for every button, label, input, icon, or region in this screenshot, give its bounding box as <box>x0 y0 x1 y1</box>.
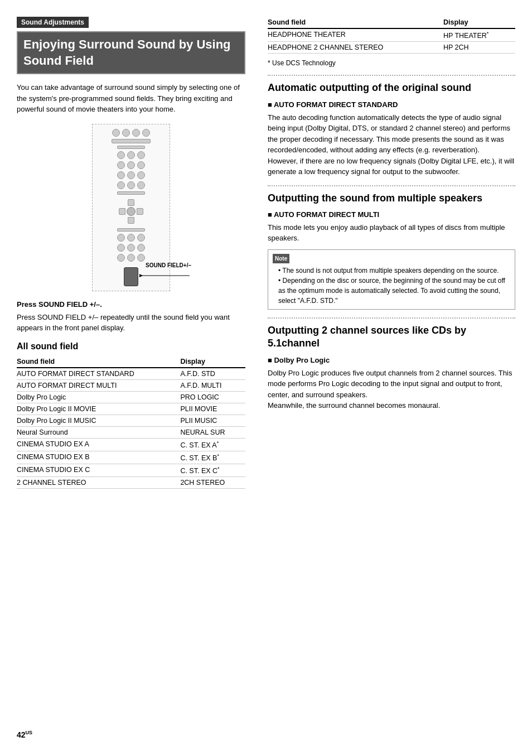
press-body: Press SOUND FIELD +/– repeatedly until t… <box>17 312 245 334</box>
sound-field-cell: AUTO FORMAT DIRECT STANDARD <box>17 368 180 380</box>
intro-text: You can take advantage of surround sound… <box>17 82 245 115</box>
remote-btn <box>117 181 125 189</box>
remote-dpad-center <box>127 207 136 216</box>
divider-2 <box>268 185 515 186</box>
col-sound-field: Sound field <box>17 356 180 368</box>
remote-btn <box>112 129 120 137</box>
remote-bar <box>117 228 145 232</box>
remote-btn <box>127 171 135 179</box>
remote-bar <box>117 146 145 149</box>
page-number-sup: US <box>26 730 33 735</box>
section3: Outputting 2 channel sources like CDs by… <box>268 324 515 411</box>
display-cell: A.F.D. MULTI <box>180 379 245 391</box>
col-display: Display <box>180 356 245 368</box>
remote-btn <box>137 151 145 159</box>
remote-btn <box>137 161 145 169</box>
section2-body: This mode lets you enjoy audio playback … <box>268 222 515 244</box>
note-item: The sound is not output from multiple sp… <box>278 266 510 276</box>
sound-field-cell: 2 CHANNEL STEREO <box>17 477 180 489</box>
remote-btn <box>127 151 135 159</box>
sound-field-cell: HEADPHONE THEATER <box>268 28 443 42</box>
remote-dpad <box>119 199 143 224</box>
main-title: Enjoying Surround Sound by Using Sound F… <box>17 31 245 74</box>
remote-btn <box>127 234 135 242</box>
sound-field-cell: HEADPHONE 2 CHANNEL STEREO <box>268 42 443 54</box>
section1-heading: Automatic outputting of the original sou… <box>268 81 515 94</box>
headphone-table: Sound field Display HEADPHONE THEATERHP … <box>268 17 515 54</box>
sound-field-cell: CINEMA STUDIO EX A <box>17 438 180 451</box>
table-row: HEADPHONE 2 CHANNEL STEREOHP 2CH <box>268 42 515 54</box>
table-row: Dolby Pro Logic II MOVIEPLII MOVIE <box>17 403 245 415</box>
remote-btn <box>137 254 145 262</box>
section3-body: Dolby Pro Logic produces five output cha… <box>268 368 515 411</box>
display-cell: A.F.D. STD <box>180 368 245 380</box>
display-cell: C. ST. EX B* <box>180 451 245 464</box>
display-cell: 2CH STEREO <box>180 477 245 489</box>
remote-btn <box>127 161 135 169</box>
table-row: Dolby Pro LogicPRO LOGIC <box>17 391 245 403</box>
remote-btn <box>137 181 145 189</box>
sound-field-cell: CINEMA STUDIO EX C <box>17 464 180 477</box>
sound-field-label: SOUND FIELD+/– <box>146 262 191 269</box>
sound-field-button <box>124 267 138 286</box>
remote-control: SOUND FIELD+/– <box>92 124 170 291</box>
table-row: HEADPHONE THEATERHP THEATER* <box>268 28 515 42</box>
table-row: AUTO FORMAT DIRECT STANDARDA.F.D. STD <box>17 368 245 380</box>
sound-field-cell: Dolby Pro Logic II MOVIE <box>17 403 180 415</box>
table-row: Dolby Pro Logic II MUSICPLII MUSIC <box>17 415 245 426</box>
page-footer: 42US <box>0 724 532 745</box>
display-cell: C. ST. EX C* <box>180 464 245 477</box>
display-cell: NEURAL SUR <box>180 426 245 438</box>
remote-dpad-left <box>119 208 125 215</box>
remote-btn <box>137 171 145 179</box>
remote-btn <box>142 129 150 137</box>
footnote: * Use DCS Technology <box>268 59 515 67</box>
display-cell: PLII MUSIC <box>180 415 245 426</box>
section3-heading: Outputting 2 channel sources like CDs by… <box>268 324 515 350</box>
table-row: AUTO FORMAT DIRECT MULTIA.F.D. MULTI <box>17 379 245 391</box>
remote-btn <box>117 171 125 179</box>
section1-subheading: AUTO FORMAT DIRECT STANDARD <box>268 100 515 109</box>
right-column: Sound field Display HEADPHONE THEATERHP … <box>257 11 532 724</box>
remote-display <box>112 139 151 143</box>
table-row: 2 CHANNEL STEREO2CH STEREO <box>17 477 245 489</box>
remote-btn <box>127 244 135 252</box>
sound-field-cell: Dolby Pro Logic II MUSIC <box>17 415 180 426</box>
note-box: Note The sound is not output from multip… <box>268 249 515 310</box>
remote-bar <box>117 191 145 195</box>
sound-field-cell: Dolby Pro Logic <box>17 391 180 403</box>
section1-body: The auto decoding function automatically… <box>268 112 515 177</box>
display-cell: PLII MOVIE <box>180 403 245 415</box>
remote-btn <box>117 151 125 159</box>
section-badge: Sound Adjustments <box>17 17 89 28</box>
table-row: CINEMA STUDIO EX AC. ST. EX A* <box>17 438 245 451</box>
remote-btn <box>122 129 130 137</box>
col-display-r: Display <box>443 17 515 28</box>
table-row: CINEMA STUDIO EX BC. ST. EX B* <box>17 451 245 464</box>
section2: Outputting the sound from multiple speak… <box>268 192 515 310</box>
display-cell: C. ST. EX A* <box>180 438 245 451</box>
display-cell: HP 2CH <box>443 42 515 54</box>
sound-field-cell: Neural Surround <box>17 426 180 438</box>
section3-subheading: Dolby Pro Logic <box>268 356 515 364</box>
press-instruction: Press SOUND FIELD +/–. <box>17 300 245 309</box>
remote-btn <box>117 234 125 242</box>
table-row: Neural SurroundNEURAL SUR <box>17 426 245 438</box>
section2-subheading: AUTO FORMAT DIRECT MULTI <box>268 210 515 219</box>
remote-dpad-right <box>137 208 143 215</box>
col-sound-field-r: Sound field <box>268 17 443 28</box>
remote-btn <box>132 129 140 137</box>
note-item: Depending on the disc or source, the beg… <box>278 276 510 306</box>
page: Sound Adjustments Enjoying Surround Soun… <box>0 0 532 756</box>
arrow-line <box>139 272 192 280</box>
display-cell: HP THEATER* <box>443 28 515 42</box>
left-column: Sound Adjustments Enjoying Surround Soun… <box>0 11 257 724</box>
divider-3 <box>268 317 515 319</box>
sound-field-cell: CINEMA STUDIO EX B <box>17 451 180 464</box>
page-number: 42 <box>17 730 26 739</box>
remote-btn <box>117 161 125 169</box>
note-label: Note <box>273 254 289 263</box>
svg-marker-1 <box>139 274 143 277</box>
remote-btn <box>137 234 145 242</box>
remote-dpad-up <box>128 199 134 206</box>
